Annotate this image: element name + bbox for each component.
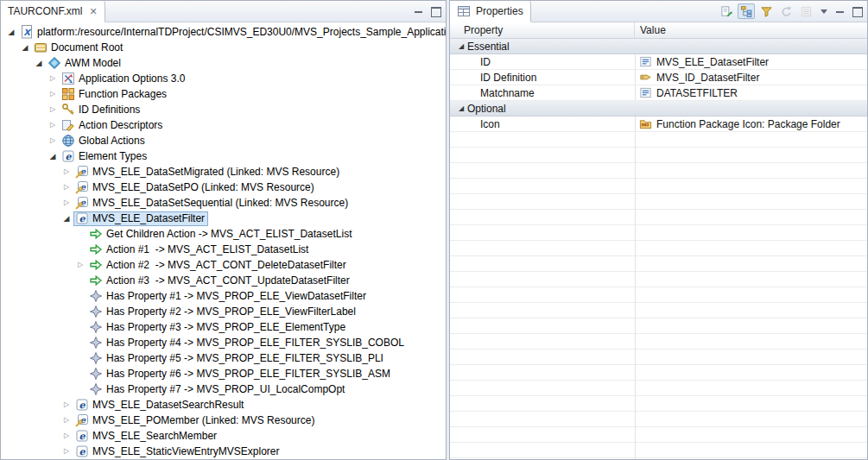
maximize-icon[interactable] (428, 4, 442, 18)
tree-item[interactable]: ▷eMVS_ELE_DataSetPO (Linked: MVS Resourc… (1, 180, 446, 195)
tree-item-content[interactable]: ID Definitions (60, 103, 143, 117)
property-value-cell[interactable]: Function Package Icon: Package Folder (635, 117, 867, 131)
tree-item-content[interactable]: Has Property #6 -> MVS_PROP_ELE_FILTER_S… (87, 367, 394, 381)
property-category-row[interactable]: ◢Optional (450, 101, 867, 117)
close-icon[interactable]: ✕ (87, 6, 97, 17)
tree-item-content[interactable]: eMVS_ELE_DataSetSequential (Linked: MVS … (73, 196, 352, 211)
tree-item[interactable]: ▷Global Actions (1, 133, 446, 148)
tree-expand-icon[interactable]: ▷ (60, 444, 73, 459)
pin-to-selection-icon[interactable] (718, 3, 735, 19)
tree-item-content[interactable]: Action #2 -> MVS_ACT_CONT_DeleteDatasetF… (87, 258, 350, 273)
minimize-icon[interactable] (833, 4, 847, 18)
tree-expand-icon[interactable]: ◢ (60, 211, 73, 226)
tree-item[interactable]: ◢Xplatform:/resource/InternalTDProject/C… (1, 24, 446, 40)
property-row[interactable]: IconFunction Package Icon: Package Folde… (450, 117, 867, 132)
property-value-cell[interactable]: DATASETFILTER (635, 85, 867, 100)
tree-item-content[interactable]: AWM Model (46, 56, 124, 71)
tree-expand-icon[interactable]: ▷ (60, 195, 73, 211)
tree-expand-icon[interactable]: ▷ (60, 164, 73, 180)
tree-expand-icon[interactable]: ▷ (46, 117, 60, 133)
tree-expand-icon[interactable]: ▷ (46, 133, 60, 148)
tree-item-content[interactable]: eMVS_ELE_DatasetSearchResult (73, 398, 247, 413)
tree-item-content[interactable]: Has Property #7 -> MVS_PROP_UI_LocalComp… (87, 382, 348, 397)
tree-expand-icon[interactable]: ▷ (60, 428, 73, 444)
tree-expand-icon[interactable]: ▷ (73, 257, 87, 273)
tree-item-content[interactable]: Get Children Action -> MVS_ACT_ELIST_Dat… (87, 227, 355, 242)
tree-item[interactable]: Has Property #5 -> MVS_PROP_ELE_FILTER_S… (1, 350, 446, 366)
properties-tab[interactable]: Properties (450, 1, 531, 22)
tree-item[interactable]: Has Property #6 -> MVS_PROP_ELE_FILTER_S… (1, 366, 446, 381)
category-expand-icon[interactable]: ◢ (455, 104, 467, 112)
tree-item-content[interactable]: Action #1 -> MVS_ACT_ELIST_DatasetList (87, 243, 312, 257)
tree-item[interactable]: Has Property #4 -> MVS_PROP_ELE_FILTER_S… (1, 335, 446, 350)
show-advanced-properties-icon[interactable] (757, 3, 775, 19)
view-menu-icon[interactable] (817, 4, 831, 18)
tree-item-content[interactable]: eMVS_ELE_DataSetMigrated (Linked: MVS Re… (73, 165, 343, 180)
tree-item-content[interactable]: Application Options 3.0 (60, 72, 188, 86)
show-categories-icon[interactable] (738, 3, 755, 19)
tree-expand-icon[interactable]: ▷ (60, 180, 73, 195)
property-value-cell[interactable]: MVS_ELE_DatasetFilter (635, 54, 867, 69)
property-row[interactable]: IDMVS_ELE_DatasetFilter (450, 54, 867, 70)
tree-item[interactable]: ◢eMVS_ELE_DatasetFilter (1, 211, 446, 226)
property-value-cell[interactable]: MVS_ID_DatasetFilter (635, 70, 867, 85)
filter-icon[interactable] (797, 3, 814, 19)
tree-item-content[interactable]: eElement Types (60, 149, 150, 164)
tree-item-content[interactable]: Function Packages (60, 87, 170, 102)
tree-item[interactable]: Has Property #1 -> MVS_PROP_ELE_ViewData… (1, 288, 446, 304)
tree-item[interactable]: ▷eMVS_ELE_SearchMember (1, 428, 446, 444)
tree-item[interactable]: ▷Action Descriptors (1, 117, 446, 133)
tree-expand-icon[interactable]: ▷ (46, 102, 60, 117)
tree-item[interactable]: Get Children Action -> MVS_ACT_ELIST_Dat… (1, 226, 446, 242)
tree-item-content[interactable]: Has Property #4 -> MVS_PROP_ELE_FILTER_S… (87, 336, 408, 350)
editor-tab-taurconf[interactable]: TAURCONF.xml ✕ (1, 1, 105, 22)
property-row[interactable]: ID DefinitionMVS_ID_DatasetFilter (450, 70, 867, 85)
property-row[interactable]: MatchnameDATASETFILTER (450, 85, 867, 101)
property-category-row[interactable]: ◢Essential (450, 39, 867, 54)
minimize-icon[interactable] (412, 4, 426, 18)
tree-item[interactable]: ▷eMVS_ELE_DataSetMigrated (Linked: MVS R… (1, 164, 446, 180)
maximize-icon[interactable] (850, 4, 864, 18)
tree-expand-icon[interactable]: ◢ (18, 40, 32, 55)
tree-item[interactable]: ▷Action #2 -> MVS_ACT_CONT_DeleteDataset… (1, 257, 446, 273)
column-header-value[interactable]: Value (635, 22, 867, 38)
tree-expand-icon[interactable]: ◢ (4, 24, 18, 40)
tree-item-content[interactable]: Document Root (32, 41, 126, 55)
tree-item-content[interactable]: eMVS_ELE_POMember (Linked: MVS Resource) (73, 413, 318, 428)
tree-expand-icon[interactable]: ◢ (46, 148, 60, 164)
tree-expand-icon[interactable]: ▷ (60, 397, 73, 413)
tree-item[interactable]: Has Property #2 -> MVS_PROP_ELE_ViewFilt… (1, 304, 446, 319)
tree-item[interactable]: ▷eMVS_ELE_DatasetSearchResult (1, 397, 446, 413)
tree-item[interactable]: ▷eMVS_ELE_DataSetSequential (Linked: MVS… (1, 195, 446, 211)
tree-item-content[interactable]: Xplatform:/resource/InternalTDProject/CS… (18, 25, 446, 40)
tree-item[interactable]: ▷eMVS_ELE_StaticViewEntryMVSExplorer (1, 444, 446, 459)
tree-item-content[interactable]: eMVS_ELE_DataSetPO (Linked: MVS Resource… (73, 180, 318, 195)
tree-expand-icon[interactable]: ◢ (32, 55, 46, 71)
tree-item-content[interactable]: eMVS_ELE_StaticViewEntryMVSExplorer (73, 444, 283, 459)
column-header-property[interactable]: Property (450, 22, 635, 38)
tree-item[interactable]: ◢AWM Model (1, 55, 446, 71)
tree-item[interactable]: ▷eMVS_ELE_POMember (Linked: MVS Resource… (1, 413, 446, 428)
tree-expand-icon[interactable]: ▷ (60, 413, 73, 428)
tree-item[interactable]: ◢eElement Types (1, 148, 446, 164)
tree-item[interactable]: Action #3 -> MVS_ACT_CONT_UpdateDatasetF… (1, 273, 446, 288)
tree-item-selected[interactable]: eMVS_ELE_DatasetFilter (73, 211, 208, 226)
tree-item[interactable]: Has Property #7 -> MVS_PROP_UI_LocalComp… (1, 381, 446, 397)
tree-expand-icon[interactable]: ▷ (46, 86, 60, 102)
tree-expand-icon[interactable]: ▷ (46, 71, 60, 86)
tree-item-content[interactable]: Global Actions (60, 134, 149, 148)
tree-item[interactable]: Action #1 -> MVS_ACT_ELIST_DatasetList (1, 242, 446, 257)
tree-item[interactable]: ▷ID Definitions (1, 102, 446, 117)
tree-item-content[interactable]: Has Property #3 -> MVS_PROP_ELE_ElementT… (87, 320, 349, 335)
tree-item-content[interactable]: Has Property #2 -> MVS_PROP_ELE_ViewFilt… (87, 305, 359, 319)
tree-item-content[interactable]: Has Property #5 -> MVS_PROP_ELE_FILTER_S… (87, 351, 387, 366)
tree-item-content[interactable]: Action #3 -> MVS_ACT_CONT_UpdateDatasetF… (87, 274, 353, 288)
tree-item[interactable]: ▷Function Packages (1, 86, 446, 102)
tree-item[interactable]: ▷Application Options 3.0 (1, 71, 446, 86)
restore-default-value-icon[interactable] (777, 3, 795, 19)
tree-item[interactable]: ◢Document Root (1, 40, 446, 55)
tree-item-content[interactable]: Has Property #1 -> MVS_PROP_ELE_ViewData… (87, 289, 370, 304)
tree-item-content[interactable]: eMVS_ELE_SearchMember (73, 429, 220, 444)
category-expand-icon[interactable]: ◢ (455, 42, 467, 50)
tree-item[interactable]: Has Property #3 -> MVS_PROP_ELE_ElementT… (1, 319, 446, 335)
